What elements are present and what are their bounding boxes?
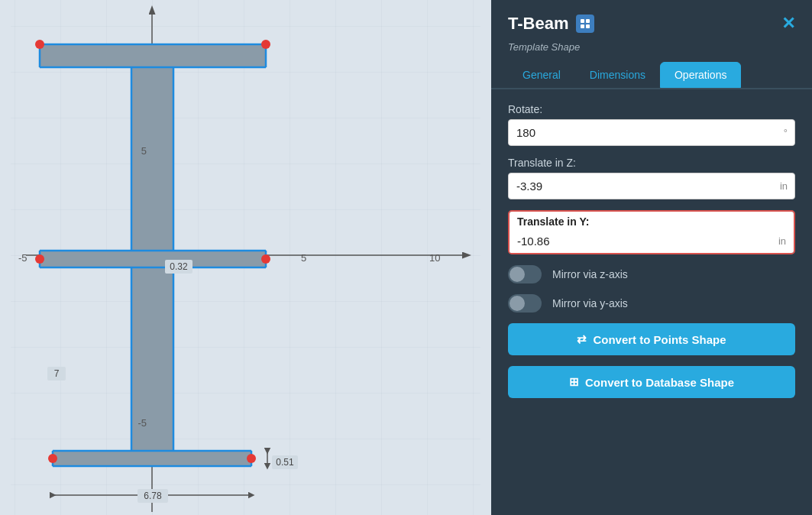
svg-point-28 [261, 254, 270, 264]
mirror-z-label: Mirror via z-axis [552, 268, 628, 280]
svg-text:6.78: 6.78 [144, 491, 162, 501]
svg-text:-5: -5 [137, 417, 147, 429]
mirror-z-knob [510, 267, 525, 282]
mirror-y-knob [510, 296, 525, 311]
translate-y-input[interactable] [510, 229, 778, 253]
svg-rect-46 [581, 19, 584, 23]
svg-rect-48 [581, 24, 584, 28]
convert-points-icon: ⇄ [577, 332, 587, 346]
translate-z-field-group: Translate in Z: in [508, 157, 795, 199]
translate-y-field-group: Translate in Y: in [508, 210, 795, 254]
svg-rect-5 [131, 67, 173, 251]
svg-text:-5: -5 [18, 252, 27, 264]
translate-z-unit: in [780, 180, 788, 192]
svg-text:7: 7 [54, 368, 60, 379]
svg-rect-8 [53, 451, 251, 466]
svg-text:5: 5 [141, 145, 147, 157]
close-button[interactable]: ✕ [781, 14, 795, 34]
tab-general[interactable]: General [508, 62, 575, 88]
svg-text:10: 10 [429, 252, 440, 264]
panel-title: T-Beam [508, 14, 568, 34]
rotate-input-wrap: ° [508, 119, 795, 146]
translate-y-unit: in [778, 235, 794, 247]
panel-icon-button[interactable] [576, 15, 594, 33]
convert-database-icon: ⊞ [569, 375, 579, 389]
translate-y-label: Translate in Y: [510, 212, 794, 229]
svg-point-25 [35, 40, 44, 49]
translate-y-input-row: in [510, 229, 794, 253]
right-panel: T-Beam ✕ Template Shape General Dimensio… [491, 0, 812, 515]
panel-content: Rotate: ° Translate in Z: in Translate i… [491, 89, 812, 515]
convert-database-label: Convert to Database Shape [585, 376, 734, 389]
svg-rect-49 [586, 24, 590, 28]
svg-text:5: 5 [301, 252, 306, 264]
translate-y-highlight-box: Translate in Y: in [508, 210, 795, 254]
svg-rect-6 [40, 251, 266, 267]
rotate-unit: ° [784, 127, 788, 138]
convert-points-label: Convert to Points Shape [593, 333, 726, 346]
svg-rect-47 [586, 19, 590, 23]
mirror-y-toggle[interactable] [508, 294, 542, 313]
svg-rect-4 [40, 44, 266, 67]
convert-to-points-button[interactable]: ⇄ Convert to Points Shape [508, 323, 795, 355]
mirror-z-toggle[interactable] [508, 265, 542, 283]
svg-point-29 [48, 454, 57, 463]
translate-z-label: Translate in Z: [508, 157, 795, 169]
translate-z-input-wrap: in [508, 173, 795, 199]
panel-header: T-Beam ✕ [491, 0, 812, 41]
panel-subtitle: Template Shape [491, 41, 812, 62]
mirror-z-toggle-row: Mirror via z-axis [508, 265, 795, 283]
translate-z-input[interactable] [508, 173, 795, 199]
tab-operations[interactable]: Operations [660, 62, 741, 88]
mirror-y-label: Mirror via y-axis [552, 297, 628, 309]
rotate-input[interactable] [508, 119, 795, 146]
svg-text:0.32: 0.32 [170, 261, 188, 272]
svg-point-26 [261, 40, 270, 49]
svg-point-30 [247, 454, 256, 463]
svg-text:0.51: 0.51 [276, 457, 294, 468]
svg-point-27 [35, 254, 44, 264]
tabs-container: General Dimensions Operations [491, 62, 812, 89]
tab-dimensions[interactable]: Dimensions [575, 62, 660, 88]
mirror-y-toggle-row: Mirror via y-axis [508, 294, 795, 313]
convert-to-database-button[interactable]: ⊞ Convert to Database Shape [508, 366, 795, 398]
rotate-label: Rotate: [508, 103, 795, 115]
rotate-field-group: Rotate: ° [508, 103, 795, 146]
canvas-area: 5 -5 5 10 -5 0.32 7 0.51 6.78 [0, 0, 491, 515]
